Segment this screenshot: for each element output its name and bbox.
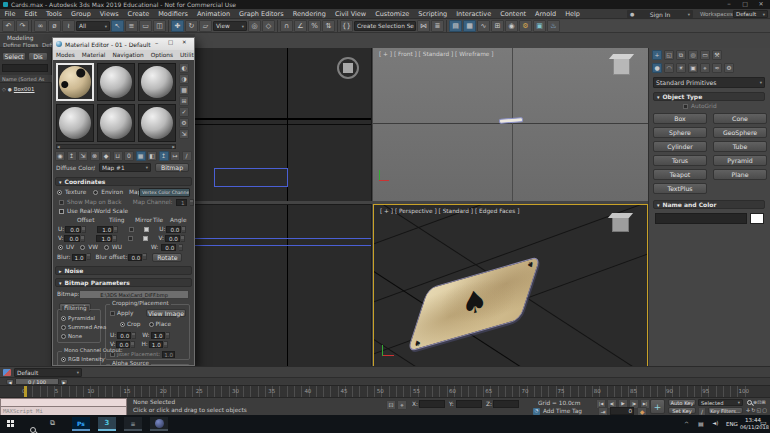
scroll-right-icon[interactable]: ▶ xyxy=(172,145,175,149)
assign-to-selection-icon[interactable]: ⇲ xyxy=(78,151,88,161)
y-coordinate-field[interactable] xyxy=(456,400,482,408)
spinner[interactable] xyxy=(164,341,168,348)
viewport-front[interactable]: [ + ] [ Front ] [ Standard ] [ Wireframe… xyxy=(373,48,648,201)
use-pivot-center-icon[interactable]: ◎ xyxy=(248,20,261,32)
scroll-left-icon[interactable]: ◀ xyxy=(57,145,60,149)
mirror-icon[interactable]: ⋈ xyxy=(417,20,430,32)
pick-material-icon[interactable]: ∕ xyxy=(182,151,192,161)
dialog-close-button[interactable]: ✕ xyxy=(182,39,187,45)
use-real-world-scale-checkbox[interactable] xyxy=(59,209,64,214)
sample-slot[interactable] xyxy=(138,63,176,101)
zoom-icon[interactable] xyxy=(747,400,752,405)
absolute-mode-icon[interactable]: ⌖ xyxy=(397,400,407,410)
time-slider-thumb[interactable]: 0 / 100 xyxy=(15,378,59,385)
noise-rollout[interactable]: ▸ Noise xyxy=(55,266,192,275)
sample-slot[interactable] xyxy=(97,63,135,101)
background-icon[interactable]: ▩ xyxy=(179,85,189,95)
scene-explorer-select-button[interactable]: Select xyxy=(2,52,26,61)
menu-item[interactable]: Arnold xyxy=(531,10,561,18)
spinner[interactable] xyxy=(182,226,186,233)
ribbon-tab-modeling[interactable]: Modeling xyxy=(7,35,33,41)
primitive-button[interactable]: TextPlus xyxy=(653,183,707,194)
material-id-icon[interactable]: 0 xyxy=(124,151,134,161)
rotate-button[interactable]: Rotate xyxy=(152,253,182,262)
spinner[interactable] xyxy=(166,332,170,339)
make-unique-icon[interactable]: ◆ xyxy=(101,151,111,161)
tab-motion-icon[interactable]: ◎ xyxy=(688,50,698,60)
menu-item[interactable]: Create xyxy=(123,10,154,18)
tray-hidden-icons-caret[interactable]: ^ xyxy=(684,420,689,427)
select-by-material-icon[interactable]: ⇲ xyxy=(179,129,189,139)
category-cameras-icon[interactable]: ▣ xyxy=(688,63,698,73)
material-editor-menu-item[interactable]: Options xyxy=(151,52,173,58)
primitive-button[interactable]: Cone xyxy=(713,113,767,124)
undo-icon[interactable]: ↶ xyxy=(2,20,15,32)
sample-slot[interactable] xyxy=(97,104,135,142)
material-editor-dialog[interactable]: Material Editor - 01 - Default – □ ✕ Mod… xyxy=(52,37,195,366)
track-bar[interactable]: 0510152025303540455055606570758085909510… xyxy=(0,385,770,397)
select-by-name-icon[interactable]: ≡ xyxy=(125,20,138,32)
angle-snap-icon[interactable]: ∠ xyxy=(294,20,307,32)
animation-layer-dropdown[interactable]: Default ▾ xyxy=(14,368,82,377)
window-crossing-icon[interactable]: ◫ xyxy=(153,20,166,32)
map-name-dropdown[interactable]: Map #1 ▾ xyxy=(99,163,151,172)
key-mode-dropdown[interactable]: Selected ▾ xyxy=(698,399,743,406)
pan-icon[interactable]: ✛ xyxy=(746,407,750,413)
material-editor-titlebar[interactable]: Material Editor - 01 - Default – □ ✕ xyxy=(53,38,194,50)
current-frame-field[interactable]: 0 xyxy=(610,407,634,415)
start-button[interactable] xyxy=(7,420,14,427)
dialog-maximize-button[interactable]: □ xyxy=(168,39,173,45)
set-keys-button[interactable]: + xyxy=(650,399,665,414)
primitive-button[interactable]: Torus xyxy=(653,155,707,166)
view-image-button[interactable]: View Image xyxy=(146,309,186,317)
selection-lock-icon[interactable]: ⊡ xyxy=(386,400,396,410)
material-editor-menu-item[interactable]: Navigation xyxy=(112,52,143,58)
u-mirror-checkbox[interactable] xyxy=(129,227,134,232)
crop-w-field[interactable]: 1.0 xyxy=(151,332,165,339)
select-and-rotate-icon[interactable]: ↻ xyxy=(185,20,198,32)
menu-item[interactable]: Rendering xyxy=(288,10,330,18)
options-icon[interactable]: ⚙ xyxy=(179,118,189,128)
material-sphere[interactable] xyxy=(141,107,173,139)
blur-field[interactable]: 1.0 xyxy=(72,254,86,261)
w-angle-field[interactable]: 0.0 xyxy=(161,244,176,251)
video-color-check-icon[interactable]: ✓ xyxy=(179,107,189,117)
set-key-button[interactable]: Set Key xyxy=(668,407,696,414)
named-selection-set-field[interactable]: Create Selection Se ▾ xyxy=(354,21,416,31)
tab-modify-icon[interactable]: ◱ xyxy=(664,50,674,60)
material-sphere[interactable] xyxy=(59,107,91,139)
map-channel-field[interactable]: 1 xyxy=(176,199,187,206)
show-end-result-icon[interactable]: ◧ xyxy=(147,151,157,161)
rendered-frame-window-icon[interactable]: ▣ xyxy=(533,20,546,32)
close-button[interactable]: ✕ xyxy=(754,0,768,7)
taskbar-app3[interactable]: ≡ xyxy=(124,417,142,431)
redo-icon[interactable]: ↷ xyxy=(16,20,29,32)
maxscript-mini-listener-input[interactable] xyxy=(0,398,127,407)
menu-item[interactable]: Edit xyxy=(20,10,42,18)
maximize-button[interactable]: □ xyxy=(738,0,752,7)
category-lights-icon[interactable]: ☀ xyxy=(676,63,686,73)
unlink-selection-icon[interactable]: ø xyxy=(48,20,61,32)
material-sphere[interactable] xyxy=(100,107,132,139)
category-shapes-icon[interactable]: ◠ xyxy=(664,63,674,73)
zoom-region-icon[interactable]: ⊞ xyxy=(761,399,765,405)
selection-filter-dropdown[interactable]: All ▾ xyxy=(76,21,110,31)
viewcube-perspective[interactable] xyxy=(612,217,629,232)
rectangular-selection-icon[interactable]: ▭ xyxy=(139,20,152,32)
workspace-dropdown[interactable]: Default ▾ xyxy=(733,10,768,18)
get-material-icon[interactable]: ◉ xyxy=(55,151,65,161)
select-object-icon[interactable]: ↖ xyxy=(111,20,124,32)
toggle-scene-explorer-icon[interactable]: ▤ xyxy=(449,20,462,32)
blur-offset-field[interactable]: 0.0 xyxy=(128,254,142,261)
primitive-button[interactable]: Pyramid xyxy=(713,155,767,166)
none-radio[interactable] xyxy=(61,334,66,339)
material-editor-menu-item[interactable]: Utilities xyxy=(180,52,195,58)
edit-named-selection-sets-icon[interactable]: {} xyxy=(340,20,353,32)
task-view-icon[interactable]: ⧉ xyxy=(50,419,55,427)
render-setup-icon[interactable]: ⚙ xyxy=(519,20,532,32)
material-editor-menu-item[interactable]: Modes xyxy=(56,52,75,58)
time-tag-icon[interactable]: ◔ xyxy=(533,408,540,415)
menu-item[interactable]: Group xyxy=(67,10,96,18)
sign-in-button[interactable]: ● Sign In ▾ xyxy=(627,10,693,18)
pyramidal-radio[interactable] xyxy=(61,316,66,321)
